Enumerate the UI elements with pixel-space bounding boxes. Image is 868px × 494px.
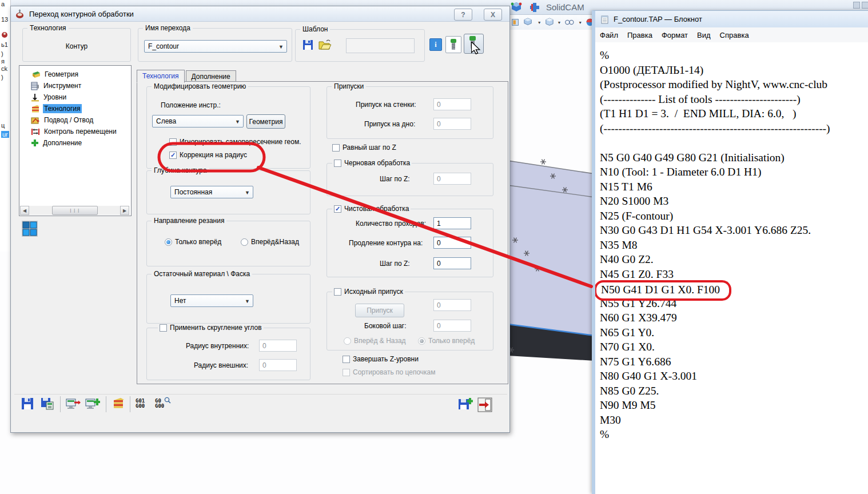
menu-view[interactable]: Вид [692, 31, 715, 39]
inner-radius-field[interactable]: 0 [259, 340, 297, 352]
view-orientation-icon[interactable] [524, 17, 534, 27]
checkbox-box[interactable] [343, 356, 350, 363]
radio-dot[interactable] [344, 337, 351, 345]
save-template-icon[interactable] [302, 39, 313, 50]
tree-item-geometry[interactable]: Геометрия [19, 69, 131, 80]
tool-pick-button[interactable] [464, 34, 484, 54]
contour-extension-field[interactable]: 0 [433, 237, 471, 249]
scroll-left-icon[interactable]: ◀ [20, 206, 29, 215]
open-template-icon[interactable] [318, 39, 331, 50]
wall-allowance-field[interactable]: 0 [433, 98, 471, 110]
close-button[interactable]: X [484, 9, 502, 21]
scroll-right-icon[interactable]: ▶ [120, 206, 129, 215]
notepad-titlebar[interactable]: F_contour.TAP — Блокнот [595, 11, 868, 28]
notepad-content[interactable]: %O1000 (ДЕТАЛЬ1-14)(Postprocessor modifi… [595, 42, 868, 494]
finish-z-step-field[interactable]: 0 [433, 257, 471, 269]
dropdown-caret-icon[interactable]: ▼ [537, 21, 541, 25]
operation-name-group: Имя перехода F_contour ▼ [138, 28, 292, 62]
tool-position-combobox[interactable]: Слева ▼ [152, 115, 244, 128]
tree-item-misc[interactable]: Дополнение [19, 137, 131, 149]
tree-item-levels[interactable]: Уровни [19, 91, 131, 103]
chevron-down-icon[interactable]: ▼ [278, 44, 284, 50]
solidcam-dialog-icon [15, 9, 25, 19]
ignore-self-intersection-checkbox[interactable]: Игнорировать самопересечение геом. [169, 138, 301, 146]
tree-item-link[interactable]: Подвод / Отвод [19, 114, 131, 126]
checkbox-box[interactable] [169, 138, 177, 146]
template-field[interactable] [346, 38, 415, 53]
gcode-button[interactable]: G01 G00 [136, 399, 145, 409]
radio-dot[interactable] [241, 238, 248, 246]
checkbox-box[interactable]: ✓ [334, 205, 341, 213]
save-calc-button[interactable] [41, 397, 54, 410]
initial-allowance-field[interactable]: 0 [433, 299, 471, 311]
chevron-down-icon[interactable]: ▼ [245, 298, 250, 304]
display-style-icon[interactable] [545, 17, 554, 27]
menu-help[interactable]: Справка [715, 31, 754, 39]
corner-rounding-checkbox[interactable]: Применить скругление углов [158, 324, 264, 332]
chevron-down-icon[interactable]: ▼ [235, 119, 240, 125]
solidcam-tool-icon[interactable] [529, 2, 540, 13]
calculate-add-button[interactable] [85, 397, 100, 410]
sort-chains-checkbox[interactable]: Сортировать по цепочкам [343, 368, 436, 376]
initial-forward-only-radio[interactable]: Только вперёд [418, 337, 475, 345]
contour-depth-combobox[interactable]: Постоянная ▼ [170, 186, 253, 198]
rest-material-combobox[interactable]: Нет ▼ [170, 294, 253, 307]
menu-format[interactable]: Формат [657, 31, 692, 39]
tree-item-technology[interactable]: Технология [19, 103, 131, 114]
section-view-icon[interactable] [511, 17, 520, 27]
checkbox-box[interactable] [332, 144, 340, 152]
help-button[interactable]: ? [454, 9, 472, 21]
forward-back-radio[interactable]: Вперёд&Назад [241, 238, 299, 246]
calculate-button[interactable] [66, 397, 81, 410]
layout-squares-icon[interactable] [21, 220, 38, 237]
finalize-z-levels-checkbox[interactable]: Завершать Z-уровни [343, 355, 419, 363]
dropdown-caret-icon[interactable]: ▼ [578, 21, 582, 25]
chevron-down-icon[interactable]: ▼ [245, 190, 250, 196]
dialog-titlebar[interactable]: Переход контурной обработки ? X [11, 6, 509, 22]
finishing-checkbox[interactable]: ✓ Чистовая обработка [332, 205, 411, 213]
view-cube-icon[interactable] [511, 2, 522, 13]
radius-compensation-checkbox[interactable]: ✓ Коррекция на радиус [169, 151, 247, 159]
tab-addition[interactable]: Дополнение [186, 70, 236, 82]
info-button[interactable]: i [429, 38, 442, 51]
contour-extension-label: Продление контура на: [349, 239, 423, 247]
equal-z-step-checkbox[interactable]: Равный шаг по Z [332, 144, 396, 152]
passes-field[interactable]: 1 [433, 217, 471, 229]
radio-dot[interactable] [418, 337, 425, 345]
forward-only-radio[interactable]: Только вперёд [165, 238, 221, 246]
checkbox-box[interactable] [160, 324, 167, 332]
rest-material-label: Остаточный материал \ Фаска [152, 270, 252, 278]
radio-dot[interactable] [165, 238, 172, 246]
allowance-button[interactable]: Припуск [355, 304, 404, 317]
side-step-field[interactable]: 0 [433, 320, 471, 332]
outer-radius-field[interactable]: 0 [259, 359, 297, 371]
save-exit-button[interactable] [458, 397, 473, 411]
menu-edit[interactable]: Правка [623, 31, 657, 39]
floor-allowance-field[interactable]: 0 [433, 118, 471, 130]
geometry-button[interactable]: Геометрия [246, 114, 285, 129]
gcode-view-button[interactable]: G0 G00 [155, 399, 164, 409]
initial-allowance-checkbox[interactable]: Исходный припуск [332, 288, 405, 296]
hide-show-items-icon[interactable] [564, 18, 575, 26]
rough-z-step-field[interactable]: 0 [433, 173, 471, 185]
tree-item-tool[interactable]: Инструмент [19, 80, 131, 91]
initial-forward-back-radio[interactable]: Вперёд & Назад [344, 337, 406, 345]
tree-item-motion-control[interactable]: Контроль перемещени [19, 126, 131, 137]
operation-name-combobox[interactable]: F_contour ▼ [144, 40, 287, 53]
save-button[interactable] [21, 397, 34, 410]
tab-technology[interactable]: Технология [137, 70, 185, 83]
tree-horizontal-scrollbar[interactable]: ◀ ❘❘❘ ▶ [20, 206, 129, 215]
checkbox-box[interactable] [334, 160, 341, 167]
solidcam-menu-label[interactable]: SolidCAM [546, 2, 584, 12]
menu-file[interactable]: Файл [595, 31, 623, 39]
scroll-thumb[interactable]: ❘❘❘ [52, 206, 98, 215]
checkbox-box[interactable]: ✓ [169, 152, 177, 159]
simulate-button[interactable] [112, 397, 125, 411]
checkbox-box[interactable] [343, 369, 350, 376]
dropdown-caret-icon[interactable]: ▼ [557, 21, 561, 25]
model-viewport [508, 29, 595, 440]
checkbox-box[interactable] [334, 288, 341, 296]
roughing-checkbox[interactable]: Черновая обработка [332, 159, 412, 167]
tool-data-button[interactable] [445, 36, 461, 53]
exit-button[interactable] [477, 397, 492, 412]
